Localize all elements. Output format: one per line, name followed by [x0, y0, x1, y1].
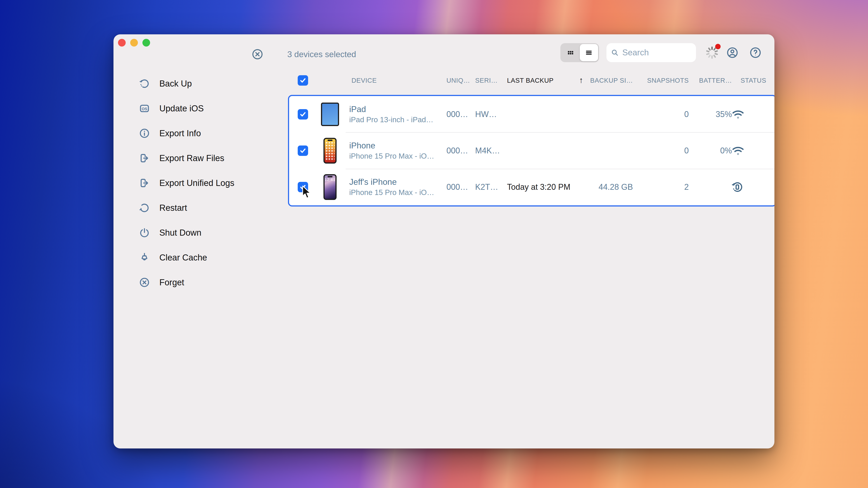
sidebar-item-label: Shut Down — [159, 228, 202, 238]
export-logs-icon — [138, 177, 150, 189]
column-header-last-backup[interactable]: LAST BACKUP — [507, 74, 575, 86]
sidebar-item-export-info[interactable]: Export Info — [138, 121, 279, 146]
view-toggle — [560, 43, 599, 62]
device-restore-icon — [731, 181, 774, 194]
device-name: Jeff's iPhone — [349, 177, 434, 188]
column-header-unique[interactable]: UNIQ… — [446, 74, 478, 86]
row-checkbox[interactable] — [298, 109, 308, 120]
device-thumbnail-ipad — [321, 103, 339, 126]
column-header-serial[interactable]: SERI… — [475, 74, 507, 86]
clear-selection-button[interactable] — [251, 48, 264, 61]
sidebar-item-restart[interactable]: Restart — [138, 195, 279, 220]
help-button[interactable] — [749, 46, 762, 59]
sidebar-item-label: Export Info — [159, 129, 201, 138]
activity-spinner-icon — [705, 46, 719, 59]
serial-value: K2T… — [475, 182, 507, 192]
svg-text:OS: OS — [142, 107, 147, 111]
device-model: iPhone 15 Pro Max - iO… — [349, 188, 434, 197]
unique-id-value: 000… — [446, 109, 478, 119]
account-icon — [726, 46, 739, 59]
update-os-icon: OS — [138, 103, 150, 114]
table-header: DEVICE UNIQ… SERI… LAST BACKUP ↑ BACKUP … — [114, 74, 774, 86]
column-header-battery[interactable]: BATTER… — [675, 74, 732, 86]
row-checkbox[interactable] — [298, 145, 308, 156]
device-thumbnail-jeffs-iphone: 12:41 — [323, 174, 337, 200]
actions-sidebar: Back Up OS Update iOS Export Info — [138, 71, 279, 295]
device-thumbnail-iphone — [323, 138, 337, 164]
search-icon — [611, 48, 619, 57]
snapshots-value: 2 — [620, 182, 689, 192]
battery-value: 0% — [675, 146, 732, 156]
serial-value: HW… — [475, 109, 507, 119]
checkmark-icon — [299, 76, 307, 84]
sidebar-item-label: Update iOS — [159, 104, 204, 113]
sidebar-item-label: Export Unified Logs — [159, 178, 235, 188]
battery-value: 35% — [675, 109, 732, 119]
sidebar-item-clear-cache[interactable]: Clear Cache — [138, 245, 279, 270]
power-icon — [138, 227, 150, 238]
device-model: iPad Pro 13-inch - iPad… — [349, 115, 433, 125]
account-button[interactable] — [726, 46, 739, 59]
export-files-icon — [138, 152, 150, 164]
list-view-button[interactable] — [580, 44, 598, 61]
mouse-cursor — [302, 185, 312, 199]
wifi-icon — [731, 145, 774, 157]
help-icon — [749, 46, 762, 59]
close-circle-icon — [251, 48, 264, 61]
grid-icon — [566, 48, 575, 57]
minimize-window-button[interactable] — [130, 39, 138, 46]
sidebar-item-export-raw-files[interactable]: Export Raw Files — [138, 146, 279, 170]
sidebar-item-update-ios[interactable]: OS Update iOS — [138, 96, 279, 121]
serial-value: M4K… — [475, 146, 507, 156]
column-header-status[interactable]: STATUS — [731, 74, 774, 86]
device-name: iPhone — [349, 140, 434, 151]
notification-dot — [715, 44, 721, 49]
unique-id-value: 000… — [446, 182, 478, 192]
column-header-device[interactable]: DEVICE — [351, 74, 377, 86]
device-name: iPad — [349, 104, 433, 115]
device-manager-window: 3 devices selected — [114, 34, 774, 449]
device-model: iPhone 15 Pro Max - iO… — [349, 151, 434, 161]
table-row-ipad[interactable]: iPad iPad Pro 13-inch - iPad… 000… HW… 0… — [289, 96, 774, 132]
sidebar-item-label: Forget — [159, 278, 184, 287]
search-field[interactable] — [607, 43, 696, 62]
unique-id-value: 000… — [446, 146, 478, 156]
sidebar-item-forget[interactable]: Forget — [138, 270, 279, 295]
table-row-jeffs-iphone[interactable]: 12:41 Jeff's iPhone iPhone 15 Pro Max - … — [289, 169, 774, 205]
broom-icon — [138, 252, 150, 263]
sidebar-item-label: Export Raw Files — [159, 153, 224, 163]
forget-icon — [138, 276, 150, 288]
info-icon — [138, 127, 150, 139]
device-list-selection: iPad iPad Pro 13-inch - iPad… 000… HW… 0… — [288, 95, 774, 206]
wifi-icon — [731, 108, 774, 120]
table-row-iphone[interactable]: iPhone iPhone 15 Pro Max - iO… 000… M4K…… — [289, 132, 774, 169]
selection-status: 3 devices selected — [287, 48, 356, 61]
sidebar-item-shut-down[interactable]: Shut Down — [138, 220, 279, 245]
close-window-button[interactable] — [118, 39, 126, 46]
window-controls — [118, 39, 150, 46]
sidebar-item-label: Clear Cache — [159, 253, 207, 263]
checkmark-icon — [299, 110, 307, 118]
checkmark-icon — [299, 147, 307, 155]
grid-view-button[interactable] — [561, 44, 580, 61]
desktop-wallpaper: 3 devices selected — [0, 0, 868, 488]
lockscreen-time: 12:41 — [324, 177, 336, 182]
restart-icon — [138, 202, 150, 214]
list-icon — [585, 48, 593, 57]
select-all-checkbox[interactable] — [298, 75, 308, 86]
sidebar-item-label: Restart — [159, 203, 187, 213]
zoom-window-button[interactable] — [143, 39, 150, 46]
sidebar-item-export-unified-logs[interactable]: Export Unified Logs — [138, 170, 279, 195]
